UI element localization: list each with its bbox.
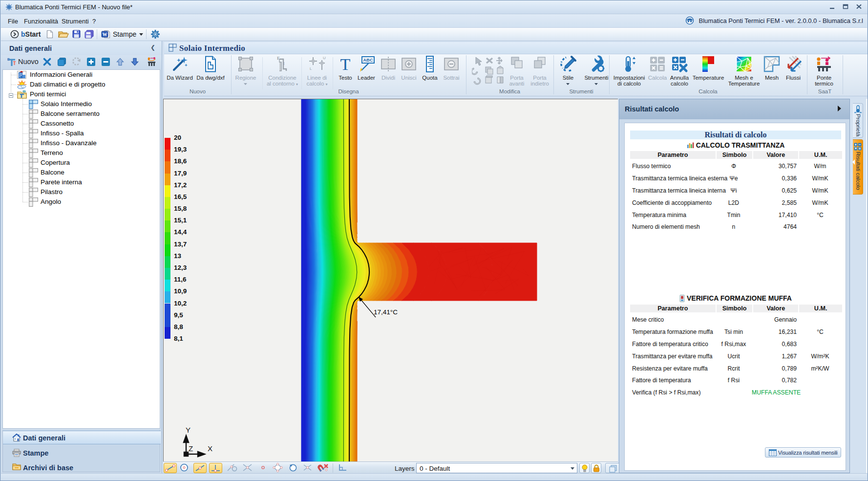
- svg-text:X: X: [208, 444, 212, 453]
- svg-text:T: T: [340, 55, 351, 73]
- svg-text:ABC: ABC: [363, 57, 373, 63]
- svg-text:L: L: [310, 66, 312, 71]
- svg-text:I: I: [283, 62, 285, 66]
- svg-text:Z: Z: [189, 444, 193, 453]
- svg-text:U: U: [323, 56, 326, 60]
- svg-text:W: W: [103, 32, 107, 37]
- svg-text:Y: Y: [186, 426, 191, 434]
